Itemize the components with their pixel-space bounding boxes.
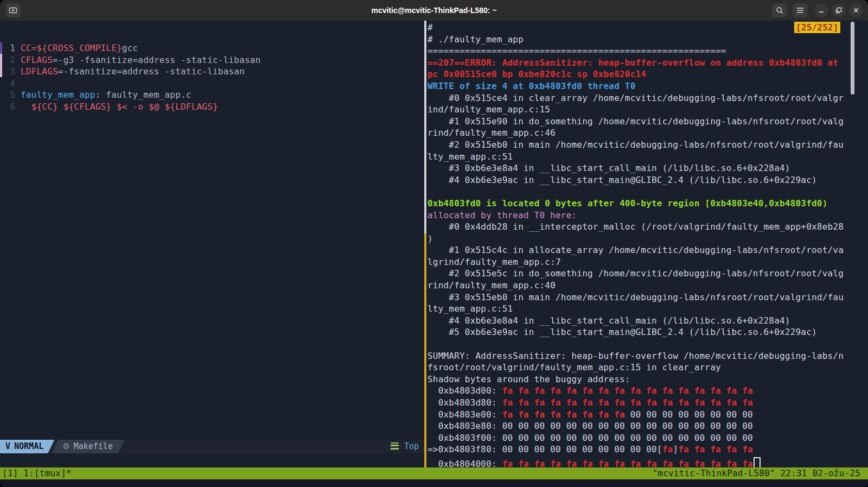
terminal-line: #3 0x515eb0 in main /home/mcvitic/debugg…	[427, 292, 844, 303]
terminal-line: Shadow bytes around the buggy address:	[427, 374, 844, 385]
line-number: 5	[0, 89, 15, 101]
editor-line: 6 ${CC} ${CFLAGS} $< -o $@ ${LDFLAGS}	[0, 101, 260, 113]
terminal-line: #4 0xb6e3e8a4 in __libc_start_call_main …	[427, 315, 844, 327]
terminal-line: )	[427, 233, 844, 245]
terminal-line	[427, 338, 844, 350]
hamburger-icon	[796, 7, 804, 14]
tmux-host-clock: "mcvitic-ThinkPad-L580" 22:31 02-ožu-25	[653, 467, 860, 479]
terminal-line: #4 0xb6e3e9ac in __libc_start_main@GLIBC…	[427, 174, 844, 186]
editor-line: 5faulty_mem_app: faulty_mem_app.c	[0, 89, 260, 101]
search-button[interactable]	[772, 3, 787, 17]
terminal-line: 0xb4803e00: fa fa fa fa fa fa fa fa 00 0…	[427, 409, 844, 421]
tmux-window-label[interactable]: [1] 1:[tmux]*	[2, 467, 72, 479]
terminal-line: #5 0xb6e3e9ac in __libc_start_main@GLIBC…	[427, 326, 844, 338]
vim-logo-icon: V	[5, 441, 10, 451]
terminal-line: rind/faulty_mem_app.c:40	[427, 280, 844, 292]
copy-mode-position-badge: [25/252]	[794, 22, 840, 33]
titlebar: mcvitic@mcvitic-ThinkPad-L580: ~	[0, 0, 868, 21]
vim-position-indicator: Top	[389, 440, 419, 453]
terminal-line: #3 0xb6e3e8a4 in __libc_start_call_main …	[427, 162, 844, 174]
terminal-line: #0 0x4ddb28 in __interceptor_malloc (/ro…	[427, 221, 844, 233]
editor-line: 1CC=${CROSS_COMPILE}gcc	[0, 42, 260, 54]
terminal-output: ## ./faulty_mem_app=====================…	[427, 22, 844, 467]
line-number: 1	[0, 42, 15, 54]
editor-line: 4	[0, 78, 260, 90]
minimize-button[interactable]	[814, 3, 828, 17]
copy-mode-cursor	[754, 457, 761, 469]
vim-filename-label: Makefile	[74, 441, 113, 451]
vim-mode-label: NORMAL	[14, 441, 43, 451]
terminal-window: mcvitic@mcvitic-ThinkPad-L580: ~	[0, 0, 868, 487]
close-button[interactable]	[849, 3, 863, 17]
editor-line: 2CFLAGS=-g3 -fsanitize=address -static-l…	[0, 54, 260, 66]
terminal-line: #	[427, 22, 844, 34]
terminal-line: #1 0x515e90 in do_something /home/mcviti…	[427, 116, 844, 128]
vim-mode-segment: VNORMAL	[0, 440, 54, 453]
terminal-line: #0 0x515ce4 in clear_array /home/mcvitic…	[427, 92, 844, 104]
terminal-line: ========================================…	[427, 45, 844, 57]
vim-editor-pane[interactable]: 1CC=${CROSS_COMPILE}gcc2CFLAGS=-g3 -fsan…	[0, 21, 424, 467]
terminal-line: 0xb4803fd0 is located 0 bytes after 400-…	[427, 198, 844, 210]
restore-icon	[835, 7, 842, 14]
terminal-line: ==207==ERROR: AddressSanitizer: heap-buf…	[427, 57, 844, 69]
window-title: mcvitic@mcvitic-ThinkPad-L580: ~	[0, 0, 868, 21]
vim-scroll-position: Top	[404, 440, 419, 453]
terminal-line: WRITE of size 4 at 0xb4803fd0 thread T0	[427, 80, 844, 92]
terminal-line: allocated by thread T0 here:	[427, 210, 844, 222]
tmux-status-bar: [1] 1:[tmux]* "mcvitic-ThinkPad-L580" 22…	[0, 467, 868, 479]
search-icon	[776, 7, 784, 15]
terminal-line: ind/faulty_mem_app.c:15	[427, 104, 844, 116]
terminal-line: 0xb4804000: fa fa fa fa fa fa fa fa fa f…	[427, 456, 844, 467]
copy-mode-scrollbar[interactable]	[851, 22, 854, 94]
filetype-icon: ⚙	[62, 441, 69, 451]
terminal-line: lgrind/faulty_mem_app.c:7	[427, 256, 844, 268]
editor-line: 3LDFLAGS=-fsanitize=address -static-liba…	[0, 66, 260, 78]
close-icon	[853, 7, 859, 14]
terminal-line: rind/faulty_mem_app.c:46	[427, 127, 844, 139]
lines-icon	[389, 442, 400, 451]
line-number: 2	[0, 54, 15, 66]
terminal-line: lty_mem_app.c:51	[427, 151, 844, 163]
terminal-line: lty_mem_app.c:51	[427, 303, 844, 315]
terminal-line: 0xb4803d80: fa fa fa fa fa fa fa fa fa f…	[427, 397, 844, 409]
restore-button[interactable]	[832, 3, 846, 17]
terminal-line: #2 0x515e5c in do_something /home/mcviti…	[427, 268, 844, 280]
terminal-line: #2 0x515eb0 in main /home/mcvitic/debugg…	[427, 139, 844, 151]
line-number: 6	[0, 101, 15, 113]
terminal-line: =>0xb4803f80: 00 00 00 00 00 00 00 00 00…	[427, 444, 844, 456]
terminal-line: 0xb4803e80: 00 00 00 00 00 00 00 00 00 0…	[427, 420, 844, 432]
terminal-line: pc 0x00515ce0 bp 0xbe820c1c sp 0xbe820c1…	[427, 68, 844, 80]
vim-filename-segment: ⚙Makefile	[52, 440, 125, 453]
editor-buffer: 1CC=${CROSS_COMPILE}gcc2CFLAGS=-g3 -fsan…	[0, 42, 260, 113]
line-number: 4	[0, 78, 15, 90]
terminal-line	[427, 186, 844, 198]
vim-statusline: VNORMAL ⚙Makefile Top	[0, 440, 424, 453]
terminal-line: 0xb4803f00: 00 00 00 00 00 00 00 00 00 0…	[427, 432, 844, 444]
terminal-line: fsroot/root/valgrind/faulty_mem_app.c:15…	[427, 362, 844, 374]
menu-button[interactable]	[793, 3, 808, 17]
terminal-line: SUMMARY: AddressSanitizer: heap-buffer-o…	[427, 350, 844, 362]
terminal-line: # ./faulty_mem_app	[427, 34, 844, 46]
window-bottom-edge	[0, 479, 868, 487]
minimize-icon	[818, 7, 825, 14]
line-number: 3	[0, 66, 15, 78]
terminal-line: #1 0x515c4c in allocate_array /home/mcvi…	[427, 244, 844, 256]
terminal-line: 0xb4803d00: fa fa fa fa fa fa fa fa fa f…	[427, 385, 844, 397]
shell-output-pane[interactable]: ## ./faulty_mem_app=====================…	[426, 21, 868, 467]
